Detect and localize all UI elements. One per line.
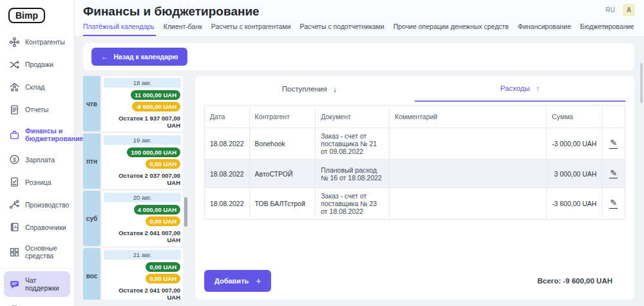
- assets-icon: [8, 247, 20, 258]
- page-title: Финансы и бюджетирование: [83, 5, 634, 19]
- expense-badge[interactable]: 0,00 UAH: [146, 159, 180, 169]
- arrow-left-icon: ←: [101, 53, 108, 61]
- add-expense-button[interactable]: Добавить +: [204, 270, 271, 292]
- day-detail-panel: Поступления ↓ Расходы ↑ Дата Контрагент: [195, 76, 634, 300]
- sidebar-item-production[interactable]: Производство: [0, 193, 74, 216]
- income-badge[interactable]: 11 000,00 UAH: [131, 90, 180, 100]
- sidebar-item-label: Чат поддержки: [25, 276, 68, 292]
- back-to-calendar-button[interactable]: ← Назад к календарю: [91, 48, 187, 66]
- production-icon: [8, 199, 20, 210]
- table-header-row: Дата Контрагент Документ Комментарий Сум…: [205, 106, 625, 128]
- day-balance: Остаток 1 937 007,00 UAH: [102, 111, 183, 129]
- table-row[interactable]: 18.08.2022 АвтоСТРОЙ Плановый расход № 1…: [205, 160, 625, 188]
- svg-text:A: A: [14, 224, 17, 230]
- edit-row-icon[interactable]: ✎: [609, 169, 618, 178]
- toolbar-strip: ← Назад к календарю: [83, 43, 634, 70]
- sidebar-item-salary[interactable]: $ Зарплата: [0, 148, 74, 171]
- sidebar-item-fixed-assets[interactable]: Основные средства: [0, 238, 74, 265]
- lang-area: RU A: [606, 4, 635, 16]
- content-area: Финансы и бюджетирование Платёжный кален…: [75, 0, 644, 306]
- panel-footer: Добавить + Всего: -9 600,00 UAH: [204, 263, 625, 292]
- calendar-scrollbar[interactable]: [184, 197, 187, 227]
- day-of-week-label[interactable]: птн: [83, 133, 100, 189]
- income-badge[interactable]: 4 000,00 UAH: [134, 205, 180, 215]
- calendar-day-sun: вос 21 авг. 0,00 UAH 0,00 UAH Остаток 2 …: [83, 248, 183, 300]
- col-header-date: Дата: [205, 106, 250, 128]
- expense-badge[interactable]: -9 600,00 UAH: [132, 102, 180, 111]
- day-date: 21 авг.: [104, 250, 181, 260]
- day-balance: Остаток 2 037 007,00 UAH: [102, 169, 183, 186]
- module-tabs: Платёжный календарь Клиент-банк Расчеты …: [83, 23, 634, 36]
- day-of-week-label[interactable]: чтв: [83, 76, 100, 131]
- sidebar-item-label: Розница: [25, 178, 52, 186]
- day-balance: Остаток 2 041 007,00 UAH: [102, 283, 183, 300]
- sidebar-item-support-chat[interactable]: Чат поддержки: [4, 271, 70, 297]
- flow-tabs: Поступления ↓ Расходы ↑: [204, 76, 625, 102]
- income-badge[interactable]: 0,00 UAH: [146, 262, 180, 272]
- sidebar-item-label: Зарплата: [25, 156, 55, 164]
- avatar[interactable]: A: [623, 4, 635, 16]
- tabs-scroll-right-icon[interactable]: →: [623, 19, 632, 30]
- day-of-week-label[interactable]: суб: [83, 191, 100, 246]
- chat-icon: [8, 279, 20, 290]
- day-date: 19 авг.: [104, 135, 181, 145]
- topbar: Финансы и бюджетирование Платёжный кален…: [75, 0, 644, 37]
- tab-financing[interactable]: Финансирование: [518, 23, 571, 30]
- calendar-day-thu: чтв 18 авг. 11 000,00 UAH -9 600,00 UAH …: [83, 76, 183, 131]
- table-row[interactable]: 18.08.2022 ТОВ БАЛТстрой Заказ - счет от…: [205, 188, 625, 220]
- sidebar-item-warehouse[interactable]: Склад: [0, 76, 74, 99]
- language-switcher[interactable]: RU: [606, 6, 615, 14]
- report-icon: [8, 104, 20, 115]
- calendar-day-fri: птн 19 авг. 100 000,00 UAH 0,00 UAH Оста…: [83, 133, 183, 189]
- total-amount: Всего: -9 600,00 UAH: [538, 277, 613, 285]
- briefcase-icon: [8, 129, 20, 140]
- retail-icon: [8, 177, 20, 187]
- col-header-document: Документ: [316, 106, 390, 128]
- edit-row-icon[interactable]: ✎: [609, 139, 618, 148]
- day-card[interactable]: 20 авг. 4 000,00 UAH 0,00 UAH Остаток 2 …: [102, 191, 183, 246]
- sidebar-item-finance[interactable]: Финансы и бюджетирование: [0, 121, 74, 148]
- tab-payment-calendar[interactable]: Платёжный календарь: [83, 23, 155, 30]
- sidebar-item-retail[interactable]: Розница: [0, 171, 74, 193]
- expenses-table: Дата Контрагент Документ Комментарий Сум…: [204, 105, 625, 220]
- sidebar-item-reports[interactable]: Отчеты: [0, 99, 74, 121]
- expense-badge[interactable]: 0,00 UAH: [146, 216, 180, 226]
- sidebar-item-label: Продажи: [25, 61, 53, 68]
- arrow-down-icon: ↓: [333, 84, 337, 94]
- day-card[interactable]: 21 авг. 0,00 UAH 0,00 UAH Остаток 2 041 …: [102, 248, 183, 300]
- salary-icon: $: [8, 154, 20, 165]
- edit-row-icon[interactable]: ✎: [609, 198, 618, 208]
- shuffle-icon: [8, 59, 20, 70]
- svg-text:$: $: [12, 157, 15, 163]
- day-card[interactable]: 19 авг. 100 000,00 UAH 0,00 UAH Остаток …: [102, 133, 183, 189]
- plus-icon: +: [256, 276, 261, 286]
- table-row[interactable]: 18.08.2022 Bonehook Заказ - счет от пост…: [205, 128, 625, 160]
- sidebar-item-label: Склад: [25, 83, 44, 91]
- tab-other-cash-operations[interactable]: Прочие операции денежных средств: [393, 23, 509, 30]
- col-header-amount: Сумма: [546, 106, 601, 128]
- sidebar-item-label: Контрагенты: [25, 38, 65, 46]
- day-date: 18 авг.: [104, 78, 181, 88]
- calendar-day-sat: суб 20 авг. 4 000,00 UAH 0,00 UAH Остато…: [83, 191, 183, 246]
- warehouse-icon: [8, 82, 20, 93]
- tab-counterparty-settlements[interactable]: Расчеты с контрагентами: [211, 23, 291, 30]
- page-scrollbar[interactable]: [640, 63, 643, 103]
- sidebar-item-counterparties[interactable]: Контрагенты: [0, 31, 74, 53]
- col-header-counterparty: Контрагент: [249, 106, 316, 128]
- nodes-icon: [8, 37, 20, 48]
- expense-badge[interactable]: 0,00 UAH: [146, 274, 180, 283]
- tab-outflows[interactable]: Расходы ↑: [415, 76, 625, 102]
- income-badge[interactable]: 100 000,00 UAH: [127, 148, 180, 157]
- tab-inflows[interactable]: Поступления ↓: [204, 76, 415, 102]
- app-logo[interactable]: Bimp: [8, 8, 45, 23]
- sidebar-item-directories[interactable]: A Справочники: [0, 216, 74, 238]
- day-date: 20 авг.: [104, 193, 181, 202]
- tab-accountable-settlements[interactable]: Расчеты с подотчетниками: [300, 23, 384, 30]
- day-card[interactable]: 18 авг. 11 000,00 UAH -9 600,00 UAH Оста…: [102, 76, 183, 131]
- day-of-week-label[interactable]: вос: [83, 248, 100, 300]
- tab-client-bank[interactable]: Клиент-банк: [164, 23, 202, 30]
- sidebar-divider: [0, 268, 74, 269]
- sidebar-item-sales[interactable]: Продажи: [0, 53, 74, 76]
- tabs-scroll-left-icon[interactable]: ←: [601, 19, 611, 30]
- sidebar-item-knowledge-base[interactable]: База знаний: [0, 298, 74, 306]
